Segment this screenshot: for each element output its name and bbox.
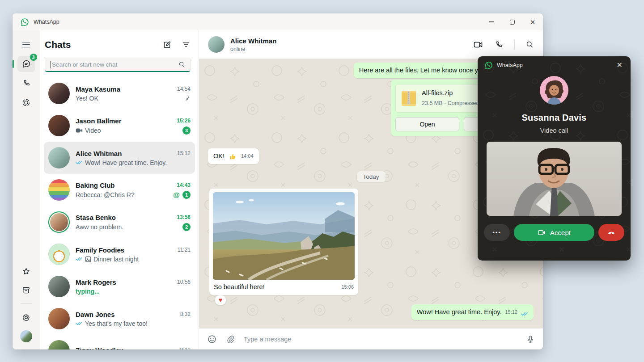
- chat-name: Jason Ballmer: [76, 117, 173, 125]
- chat-time: 15:12: [177, 150, 191, 156]
- caller-name: Susanna Davis: [484, 113, 624, 123]
- sidebar-item-calls[interactable]: [17, 75, 35, 91]
- chat-list-item[interactable]: Ziggy Woodley9:12: [44, 335, 195, 349]
- sidebar-item-settings[interactable]: [17, 309, 35, 325]
- sidebar-item-status[interactable]: [17, 94, 35, 110]
- caller-video-preview: [487, 142, 622, 216]
- filter-chats-button[interactable]: [182, 40, 191, 50]
- unread-count-badge: 2: [182, 223, 191, 231]
- chat-name: Mark Rogers: [76, 278, 174, 286]
- video-message-icon: [76, 128, 83, 133]
- voice-record-button[interactable]: [526, 334, 535, 344]
- chat-name: Maya Kasuma: [76, 85, 174, 93]
- read-receipt-icon: [521, 311, 528, 316]
- header-divider: [514, 40, 515, 50]
- chat-avatar: [48, 340, 70, 349]
- filter-icon: [182, 40, 191, 49]
- read-receipt-icon: [76, 321, 83, 326]
- emoji-button[interactable]: [207, 334, 217, 344]
- star-icon: [21, 267, 31, 276]
- chat-preview: typing...: [76, 288, 100, 295]
- chat-list-item[interactable]: Alice Whitman15:12Wow! Have great time. …: [44, 142, 195, 174]
- conversation-status: online: [230, 46, 473, 52]
- chat-list-item[interactable]: Maya Kasuma14:54Yes! OK: [44, 77, 195, 109]
- message-time: 14:04: [241, 152, 254, 160]
- search-in-chat-button[interactable]: [525, 40, 534, 49]
- search-box[interactable]: [45, 58, 191, 72]
- search-input[interactable]: [52, 61, 178, 68]
- chat-avatar: [48, 211, 70, 233]
- chats-icon: [21, 59, 31, 69]
- message-outgoing-wow: Wow! Have great time. Enjoy. 15:12: [411, 304, 534, 320]
- sidebar-item-archived[interactable]: [17, 282, 35, 298]
- minimize-button[interactable]: [481, 13, 502, 30]
- open-file-button[interactable]: Open: [395, 117, 459, 131]
- more-options-label: •••: [492, 229, 501, 236]
- chat-list-item[interactable]: Dawn Jones8:32Yes that's my fave too!: [44, 303, 195, 335]
- video-call-button[interactable]: [473, 39, 483, 50]
- chat-time: 11:21: [178, 247, 191, 253]
- message-text: Wow! Have great time. Enjoy.: [417, 308, 502, 316]
- chat-avatar: [48, 83, 70, 104]
- call-more-options-button[interactable]: •••: [484, 224, 510, 241]
- video-camera-icon: [538, 228, 546, 237]
- landscape-photo[interactable]: [213, 192, 355, 280]
- dismiss-call-button[interactable]: ✕: [615, 61, 624, 70]
- panel-title: Chats: [45, 39, 162, 50]
- decline-call-button[interactable]: [598, 224, 624, 241]
- profile-photo: [20, 330, 32, 342]
- chat-preview: Yes that's my fave too!: [85, 320, 148, 327]
- chat-preview: Rebecca: @Chris R?: [76, 191, 135, 198]
- chat-time: 9:12: [180, 347, 191, 349]
- chat-list-item[interactable]: Stasa Benko13:56Aww no problem.2: [44, 206, 195, 238]
- close-icon: ✕: [530, 19, 536, 25]
- date-divider: Today: [356, 171, 385, 182]
- caller-avatar-image: [540, 76, 568, 105]
- message-input[interactable]: [244, 336, 517, 343]
- close-button[interactable]: ✕: [522, 13, 543, 30]
- incoming-call-popup: WhatsApp ✕ Susanna Davis Video call: [478, 56, 631, 261]
- sidebar-item-starred[interactable]: [17, 263, 35, 279]
- message-incoming-photo[interactable]: So beautiful here! 15:06: [209, 189, 358, 295]
- unread-count-badge: 3: [182, 126, 191, 135]
- chat-name: Family Foodies: [76, 246, 174, 254]
- conversation-avatar[interactable]: [208, 36, 225, 53]
- chat-preview: Aww no problem.: [76, 223, 123, 231]
- conversation-name: Alice Whitman: [230, 37, 473, 45]
- pin-icon: [184, 95, 191, 101]
- chats-unread-badge: 3: [30, 54, 37, 61]
- photo-caption: So beautiful here!: [214, 283, 341, 291]
- message-incoming-ok: OK! 14:04: [208, 148, 259, 164]
- chat-time: 14:43: [177, 182, 191, 188]
- reaction-pill[interactable]: ♥: [215, 295, 226, 305]
- caller-avatar: [540, 76, 568, 105]
- voice-call-button[interactable]: [494, 40, 504, 49]
- chat-list-item[interactable]: Jason Ballmer15:26Video3: [44, 109, 195, 142]
- attach-button[interactable]: [226, 334, 235, 344]
- sidebar-item-chats[interactable]: 3: [17, 56, 35, 72]
- chat-name: Baking Club: [76, 181, 173, 189]
- whatsapp-logo-icon: [484, 61, 493, 70]
- whatsapp-logo-icon: [20, 17, 29, 27]
- compose-icon: [162, 40, 172, 50]
- chat-list-item[interactable]: Mark Rogers10:56typing...: [44, 270, 195, 303]
- accept-call-button[interactable]: Accept: [514, 224, 594, 241]
- popup-app-name: WhatsApp: [497, 62, 615, 68]
- accept-call-label: Accept: [550, 229, 571, 236]
- profile-avatar[interactable]: [17, 328, 35, 344]
- chat-name: Alice Whitman: [76, 150, 174, 157]
- chat-list-item[interactable]: Baking Club14:43Rebecca: @Chris R?@1: [44, 174, 195, 206]
- chat-preview: Yes! OK: [76, 95, 98, 102]
- emoji-icon: [207, 334, 217, 344]
- thumbs-up-emoji: [229, 153, 237, 160]
- menu-button[interactable]: [17, 37, 35, 53]
- conversation-header[interactable]: Alice Whitman online: [199, 30, 543, 59]
- maximize-button[interactable]: [502, 13, 522, 30]
- phone-icon: [494, 40, 504, 49]
- new-chat-button[interactable]: [162, 40, 172, 50]
- chat-preview: Wow! Have great time. Enjoy.: [85, 159, 167, 166]
- video-call-icon: [473, 39, 483, 50]
- text-caret: [51, 61, 51, 68]
- chat-list-item[interactable]: Family Foodies11:21Dinner last night: [44, 238, 195, 270]
- chat-time: 14:54: [177, 86, 191, 92]
